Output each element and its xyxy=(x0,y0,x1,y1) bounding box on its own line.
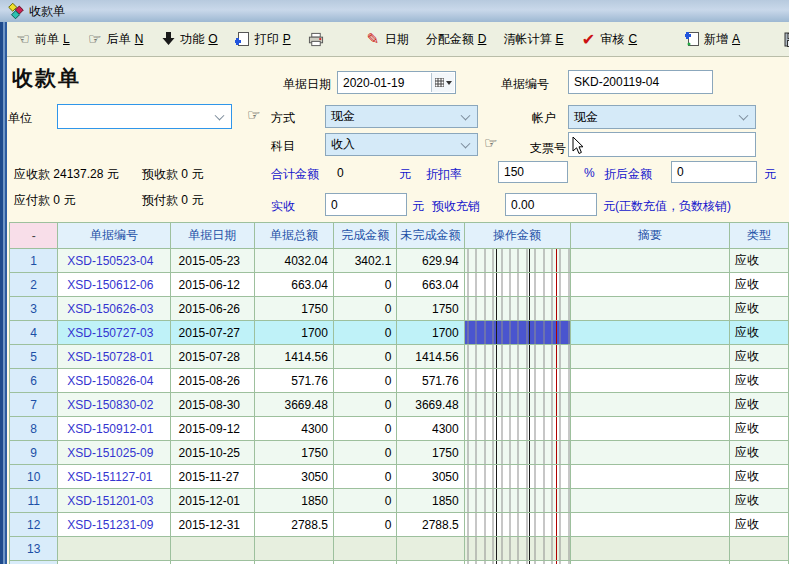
pre-offset-label: 预收充销 xyxy=(432,198,480,215)
memo-cell[interactable] xyxy=(570,273,730,297)
doc-no-field[interactable]: SKD-200119-04 xyxy=(568,70,713,94)
table-row[interactable]: 2 XSD-150612-06 2015-06-12 663.04 0 663.… xyxy=(10,273,789,297)
memo-cell[interactable] xyxy=(570,537,730,561)
doc-no-link-cell[interactable]: XSD-151025-09 xyxy=(58,441,170,465)
table-row[interactable]: 11 XSD-151201-03 2015-12-01 1850 0 1850 … xyxy=(10,489,789,513)
memo-cell[interactable] xyxy=(570,393,730,417)
print-button[interactable]: 打印P xyxy=(235,31,291,48)
table-row[interactable]: 1 XSD-150523-04 2015-05-23 4032.04 3402.… xyxy=(10,249,789,273)
allocate-amount-button[interactable]: 分配金额D xyxy=(426,31,487,48)
memo-cell[interactable] xyxy=(570,321,730,345)
unit-combo[interactable] xyxy=(57,104,232,129)
op-amount-cell[interactable] xyxy=(464,537,570,561)
doc-no-link-cell[interactable] xyxy=(58,537,170,561)
op-amount-cell[interactable] xyxy=(464,489,570,513)
doc-no-link-cell[interactable]: XSD-150826-04 xyxy=(58,369,170,393)
table-row[interactable]: 4 XSD-150727-03 2015-07-27 1700 0 1700 应… xyxy=(10,321,789,345)
table-row[interactable]: 5 XSD-150728-01 2015-07-28 1414.56 0 141… xyxy=(10,345,789,369)
row-number-cell[interactable] xyxy=(10,561,58,564)
op-amount-cell[interactable] xyxy=(464,297,570,321)
op-amount-cell[interactable] xyxy=(464,321,570,345)
table-row[interactable]: 9 XSD-151025-09 2015-10-25 1750 0 1750 应… xyxy=(10,441,789,465)
doc-no-link-cell[interactable]: XSD-150626-03 xyxy=(58,297,170,321)
account-combo[interactable]: 现金 xyxy=(568,105,756,129)
actual-field[interactable]: 0 xyxy=(325,193,407,216)
next-doc-button[interactable]: ☞ 后单N xyxy=(87,31,144,48)
subject-combo[interactable]: 收入 xyxy=(325,133,478,156)
pre-offset-field[interactable]: 0.00 xyxy=(505,193,597,216)
date-button[interactable]: ✎ 日期 xyxy=(365,31,409,48)
table-row[interactable]: 7 XSD-150830-02 2015-08-30 3669.48 0 366… xyxy=(10,393,789,417)
row-number-cell[interactable]: 9 xyxy=(10,441,58,465)
doc-no-link-cell[interactable]: XSD-150830-02 xyxy=(58,393,170,417)
type-cell xyxy=(730,561,789,564)
op-amount-cell[interactable] xyxy=(464,345,570,369)
op-amount-cell[interactable] xyxy=(464,417,570,441)
doc-no-link-cell[interactable]: XSD-151127-01 xyxy=(58,465,170,489)
memo-cell[interactable] xyxy=(570,489,730,513)
row-number-cell[interactable]: 12 xyxy=(10,513,58,537)
save-button[interactable]: 保 xyxy=(783,31,789,48)
table-row[interactable]: 6 XSD-150826-04 2015-08-26 571.76 0 571.… xyxy=(10,369,789,393)
memo-cell[interactable] xyxy=(570,249,730,273)
prev-doc-button[interactable]: ☜ 前单L xyxy=(15,31,70,48)
row-number-cell[interactable]: 1 xyxy=(10,249,58,273)
doc-no-link-cell[interactable]: XSD-151231-09 xyxy=(58,513,170,537)
doc-no-link-cell[interactable]: XSD-150728-01 xyxy=(58,345,170,369)
table-row[interactable]: 12 XSD-151231-09 2015-12-31 2788.5 0 278… xyxy=(10,513,789,537)
op-amount-cell[interactable] xyxy=(464,273,570,297)
doc-date-field[interactable]: 2020-01-19 xyxy=(337,71,456,94)
printer-button[interactable] xyxy=(308,31,328,47)
clear-calc-button[interactable]: 清帐计算E xyxy=(503,31,563,48)
op-amount-cell[interactable] xyxy=(464,561,570,564)
unit-label: 单位 xyxy=(8,110,32,127)
memo-cell[interactable] xyxy=(570,297,730,321)
table-row[interactable]: 3 XSD-150626-03 2015-06-26 1750 0 1750 应… xyxy=(10,297,789,321)
undone-amount-cell: 3050 xyxy=(397,465,464,489)
op-amount-cell[interactable] xyxy=(464,369,570,393)
audit-button[interactable]: ✔ 审核C xyxy=(580,31,637,48)
row-number-cell[interactable]: 10 xyxy=(10,465,58,489)
doc-no-link-cell[interactable]: XSD-150612-06 xyxy=(58,273,170,297)
picker-hand-icon-subject[interactable]: ☞ xyxy=(484,134,497,152)
op-amount-cell[interactable] xyxy=(464,249,570,273)
op-amount-cell[interactable] xyxy=(464,441,570,465)
table-row[interactable]: 10 XSD-151127-01 2015-11-27 3050 0 3050 … xyxy=(10,465,789,489)
doc-no-link-cell[interactable]: XSD-150523-04 xyxy=(58,249,170,273)
table-row[interactable]: 8 XSD-150912-01 2015-09-12 4300 0 4300 应… xyxy=(10,417,789,441)
row-number-cell[interactable]: 4 xyxy=(10,321,58,345)
functions-button[interactable]: 功能O xyxy=(160,31,217,48)
discounted-field[interactable]: 0 xyxy=(671,161,757,183)
doc-no-link-cell[interactable]: XSD-150727-03 xyxy=(58,321,170,345)
op-amount-cell[interactable] xyxy=(464,465,570,489)
row-number-cell[interactable]: 6 xyxy=(10,369,58,393)
doc-no-link-cell[interactable]: XSD-150912-01 xyxy=(58,417,170,441)
row-number-cell[interactable]: 3 xyxy=(10,297,58,321)
documents-table: - 单据编号 单据日期 单据总额 完成金额 未完成金额 操作金额 摘要 类型 1… xyxy=(9,222,789,564)
table-row[interactable]: 13 xyxy=(10,537,789,561)
row-number-cell[interactable]: 7 xyxy=(10,393,58,417)
memo-cell[interactable] xyxy=(570,513,730,537)
picker-hand-icon-method[interactable]: ☞ xyxy=(247,106,260,124)
cheque-no-field[interactable] xyxy=(568,132,756,157)
row-number-cell[interactable]: 11 xyxy=(10,489,58,513)
undone-amount-cell: 3669.48 xyxy=(397,393,464,417)
row-number-cell[interactable]: 5 xyxy=(10,345,58,369)
op-amount-cell[interactable] xyxy=(464,513,570,537)
memo-cell[interactable] xyxy=(570,369,730,393)
calendar-dropdown-button[interactable] xyxy=(431,73,454,92)
doc-date-cell: 2015-12-31 xyxy=(170,513,254,537)
memo-cell[interactable] xyxy=(570,417,730,441)
row-number-cell[interactable]: 2 xyxy=(10,273,58,297)
memo-cell[interactable] xyxy=(570,345,730,369)
discount-rate-field[interactable]: 150 xyxy=(498,161,568,183)
op-amount-cell[interactable] xyxy=(464,393,570,417)
memo-cell[interactable] xyxy=(570,441,730,465)
doc-date-cell: 2015-07-27 xyxy=(170,321,254,345)
new-doc-button[interactable]: 新增A xyxy=(684,31,740,48)
row-number-cell[interactable]: 13 xyxy=(10,537,58,561)
doc-no-link-cell[interactable]: XSD-151201-03 xyxy=(58,489,170,513)
row-number-cell[interactable]: 8 xyxy=(10,417,58,441)
method-combo[interactable]: 现金 xyxy=(325,105,478,128)
memo-cell[interactable] xyxy=(570,465,730,489)
